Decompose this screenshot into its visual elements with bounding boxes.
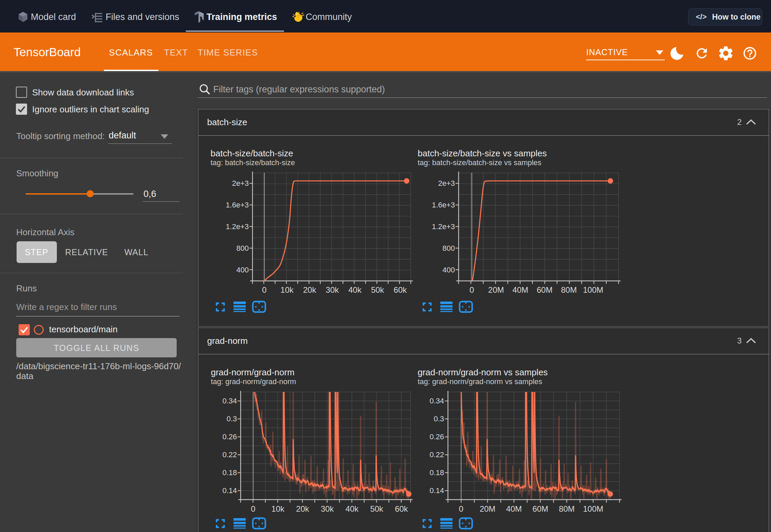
svg-text:800: 800 bbox=[236, 244, 249, 252]
svg-text:400: 400 bbox=[442, 266, 455, 274]
svg-text:0: 0 bbox=[459, 504, 463, 513]
svg-text:1.6e+3: 1.6e+3 bbox=[226, 201, 249, 209]
svg-text:2e+3: 2e+3 bbox=[438, 179, 455, 187]
svg-text:100M: 100M bbox=[583, 285, 603, 294]
svg-text:20k: 20k bbox=[296, 504, 310, 513]
svg-text:20M: 20M bbox=[480, 504, 495, 513]
svg-text:0.3: 0.3 bbox=[434, 415, 444, 423]
svg-text:0.22: 0.22 bbox=[429, 450, 444, 459]
svg-text:40k: 40k bbox=[348, 285, 362, 294]
svg-text:1.2e+3: 1.2e+3 bbox=[432, 222, 455, 231]
svg-text:1.2e+3: 1.2e+3 bbox=[226, 222, 249, 231]
svg-text:10k: 10k bbox=[281, 285, 294, 294]
svg-text:0.34: 0.34 bbox=[429, 397, 444, 405]
svg-text:2e+3: 2e+3 bbox=[232, 179, 249, 187]
svg-text:0.18: 0.18 bbox=[429, 468, 444, 477]
svg-text:100M: 100M bbox=[583, 504, 603, 513]
svg-text:30k: 30k bbox=[326, 285, 339, 294]
svg-text:0: 0 bbox=[262, 285, 266, 294]
svg-text:60k: 60k bbox=[394, 285, 407, 294]
svg-text:0.18: 0.18 bbox=[222, 468, 237, 477]
svg-text:10k: 10k bbox=[271, 504, 285, 513]
svg-text:400: 400 bbox=[236, 266, 249, 274]
svg-text:20k: 20k bbox=[303, 285, 316, 294]
svg-text:40M: 40M bbox=[506, 504, 522, 513]
svg-text:40k: 40k bbox=[346, 504, 359, 513]
svg-text:0: 0 bbox=[251, 504, 255, 513]
svg-text:0.14: 0.14 bbox=[222, 486, 237, 495]
svg-text:60M: 60M bbox=[537, 285, 553, 294]
svg-text:80M: 80M bbox=[561, 285, 577, 294]
svg-text:0.26: 0.26 bbox=[429, 433, 444, 441]
svg-text:0.14: 0.14 bbox=[429, 486, 444, 495]
svg-text:40M: 40M bbox=[512, 285, 528, 294]
svg-text:30k: 30k bbox=[321, 504, 334, 513]
svg-text:20M: 20M bbox=[488, 285, 504, 294]
svg-text:800: 800 bbox=[442, 244, 455, 252]
svg-text:0.26: 0.26 bbox=[222, 433, 237, 441]
svg-text:0: 0 bbox=[469, 285, 474, 294]
svg-text:50k: 50k bbox=[370, 504, 384, 513]
svg-text:1.6e+3: 1.6e+3 bbox=[432, 201, 455, 209]
svg-text:0.3: 0.3 bbox=[226, 415, 237, 423]
svg-text:80M: 80M bbox=[559, 504, 575, 513]
svg-text:50k: 50k bbox=[371, 285, 384, 294]
svg-text:0.22: 0.22 bbox=[222, 450, 237, 459]
svg-text:60k: 60k bbox=[395, 504, 409, 513]
svg-text:60M: 60M bbox=[532, 504, 548, 513]
svg-text:0.34: 0.34 bbox=[222, 397, 237, 405]
